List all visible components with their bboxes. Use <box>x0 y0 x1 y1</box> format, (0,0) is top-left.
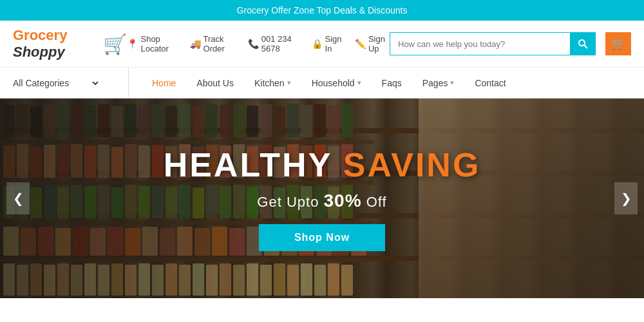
nav-kitchen-label: Kitchen <box>254 78 285 88</box>
household-dropdown-arrow: ▾ <box>357 79 361 87</box>
nav-household-label: Household <box>312 78 355 88</box>
logo-text: Grocery Shoppy <box>13 27 100 61</box>
sign-in-link[interactable]: 🔒 Sign In <box>312 34 343 53</box>
top-bar-message: Grocery Offer Zone Top Deals & Discounts <box>237 5 408 15</box>
nav-item-kitchen[interactable]: Kitchen ▾ <box>244 68 301 98</box>
header-right: 🛒 <box>390 32 631 55</box>
nav-home-label: Home <box>152 78 176 88</box>
lock-icon: 🔒 <box>312 39 323 49</box>
shop-locator-link[interactable]: 📍 Shop Locator <box>127 34 178 53</box>
pages-dropdown-arrow: ▾ <box>450 79 454 87</box>
location-icon: 📍 <box>127 39 138 49</box>
nav-item-pages[interactable]: Pages ▾ <box>412 68 465 98</box>
phone-icon: 📞 <box>248 39 259 49</box>
header: Grocery Shoppy 🛒 📍 Shop Locator 🚚 Track … <box>0 21 644 68</box>
svg-point-0 <box>579 40 585 46</box>
next-slide-button[interactable]: ❯ <box>614 182 638 214</box>
logo: Grocery Shoppy 🛒 <box>13 27 127 61</box>
nav-item-about[interactable]: About Us <box>186 68 244 98</box>
edit-icon: ✏️ <box>355 39 366 49</box>
svg-line-1 <box>584 45 587 48</box>
search-icon <box>578 39 588 49</box>
header-links: 📍 Shop Locator 🚚 Track Order 📞 001 234 5… <box>127 34 390 53</box>
nav-links: Home About Us Kitchen ▾ Household ▾ Faqs… <box>129 68 516 98</box>
search-bar <box>390 32 596 55</box>
subtitle-off: Off <box>362 194 387 210</box>
phone-number: 001 234 5678 <box>261 34 300 53</box>
nav-item-household[interactable]: Household ▾ <box>301 68 372 98</box>
nav-item-home[interactable]: Home <box>142 68 186 98</box>
search-button[interactable] <box>570 32 596 55</box>
hero-subtitle: Get Upto 30% Off <box>0 191 644 211</box>
next-arrow-icon: ❯ <box>621 191 632 206</box>
sign-in-label: Sign In <box>325 34 343 53</box>
hero-content: HEALTHY SAVING Get Upto 30% Off Shop Now <box>0 146 644 251</box>
prev-arrow-icon: ❮ <box>13 191 24 206</box>
categories-dropdown[interactable]: All Categories <box>0 68 129 98</box>
sign-up-label: Sign Up <box>368 34 390 53</box>
nav-faqs-label: Faqs <box>382 78 402 88</box>
categories-select[interactable]: All Categories <box>10 77 100 89</box>
hero-title-white: HEALTHY <box>164 146 332 184</box>
logo-shoppy: Shoppy <box>13 44 65 60</box>
subtitle-text: Get Upto <box>257 194 323 210</box>
cart-logo-icon: 🛒 <box>103 33 127 55</box>
nav-bar: All Categories Home About Us Kitchen ▾ H… <box>0 68 644 99</box>
hero-title-orange: SAVING <box>332 146 480 184</box>
track-order-label: Track Order <box>204 34 236 53</box>
track-order-link[interactable]: 🚚 Track Order <box>190 34 236 53</box>
shop-locator-label: Shop Locator <box>140 34 178 53</box>
hero-banner: HEALTHY SAVING Get Upto 30% Off Shop Now… <box>0 99 644 298</box>
phone-link[interactable]: 📞 001 234 5678 <box>248 34 300 53</box>
nav-item-faqs[interactable]: Faqs <box>372 68 412 98</box>
search-input[interactable] <box>390 32 570 55</box>
nav-pages-label: Pages <box>422 78 448 88</box>
nav-about-label: About Us <box>196 78 234 88</box>
logo-grocery: Grocery <box>13 27 67 43</box>
shop-now-button[interactable]: Shop Now <box>259 224 385 251</box>
sign-up-link[interactable]: ✏️ Sign Up <box>355 34 390 53</box>
hero-title: HEALTHY SAVING <box>0 146 644 184</box>
kitchen-dropdown-arrow: ▾ <box>287 79 291 87</box>
cart-icon: 🛒 <box>611 37 625 51</box>
subtitle-percent: 30% <box>324 191 362 211</box>
prev-slide-button[interactable]: ❮ <box>6 182 30 214</box>
shop-now-label: Shop Now <box>294 232 350 243</box>
nav-item-contact[interactable]: Contact <box>464 68 516 98</box>
cart-button[interactable]: 🛒 <box>605 32 631 55</box>
nav-contact-label: Contact <box>475 78 506 88</box>
truck-icon: 🚚 <box>190 39 201 49</box>
top-bar: Grocery Offer Zone Top Deals & Discounts <box>0 0 644 21</box>
